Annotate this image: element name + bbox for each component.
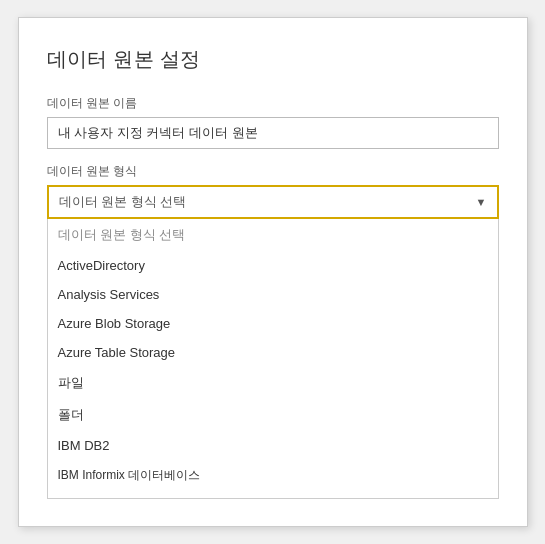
dropdown-item-folder[interactable]: 폴더	[48, 399, 498, 431]
dropdown-item-ibm-db2[interactable]: IBM DB2	[48, 431, 498, 460]
format-dropdown-list[interactable]: 데이터 원본 형식 선택ActiveDirectoryAnalysis Serv…	[47, 219, 499, 499]
dropdown-item-azure-blob-storage[interactable]: Azure Blob Storage	[48, 309, 498, 338]
dropdown-item-analysis-services[interactable]: Analysis Services	[48, 280, 498, 309]
dropdown-item-active-directory[interactable]: ActiveDirectory	[48, 251, 498, 280]
dropdown-item-azure-table-storage[interactable]: Azure Table Storage	[48, 338, 498, 367]
name-field-label: 데이터 원본 이름	[47, 95, 499, 112]
dropdown-item-placeholder[interactable]: 데이터 원본 형식 선택	[48, 219, 498, 251]
dropdown-selected-label: 데이터 원본 형식 선택	[59, 193, 187, 211]
settings-window: 데이터 원본 설정 데이터 원본 이름 데이터 원본 형식 데이터 원본 형식 …	[18, 17, 528, 527]
dropdown-item-file[interactable]: 파일	[48, 367, 498, 399]
page-title: 데이터 원본 설정	[47, 46, 499, 73]
dropdown-arrow-icon: ▼	[476, 196, 487, 208]
format-dropdown-trigger[interactable]: 데이터 원본 형식 선택 ▼	[47, 185, 499, 219]
format-dropdown-container: 데이터 원본 형식 선택 ▼ 데이터 원본 형식 선택ActiveDirecto…	[47, 185, 499, 219]
dropdown-item-ibm-netezza[interactable]: IBM Netezza	[48, 491, 498, 499]
format-field-label: 데이터 원본 형식	[47, 163, 499, 180]
datasource-name-input[interactable]	[47, 117, 499, 149]
dropdown-item-ibm-informix[interactable]: IBM Informix 데이터베이스	[48, 460, 498, 491]
